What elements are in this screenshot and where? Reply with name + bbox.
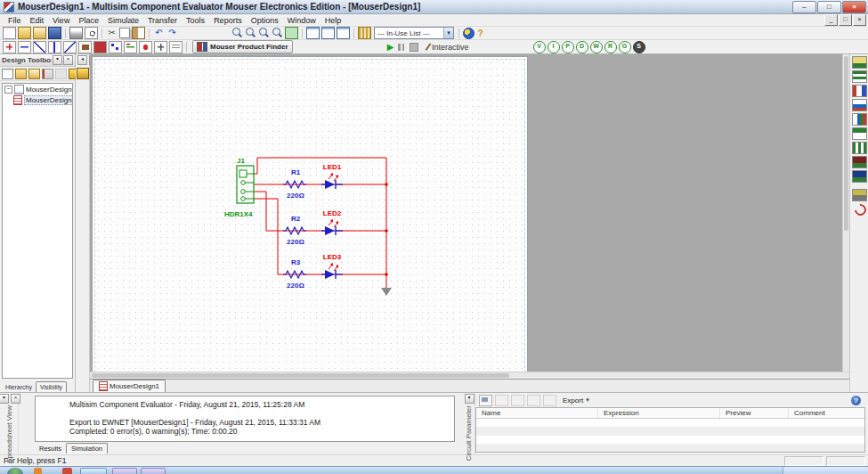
resistor-r1-ref[interactable]: R1: [291, 168, 301, 176]
interactive-label[interactable]: Interactive: [432, 43, 469, 52]
mdi-close-button[interactable]: ×: [853, 14, 866, 26]
logic-analyzer-icon[interactable]: [852, 170, 867, 183]
led3-label[interactable]: LED3: [323, 253, 342, 261]
zoom-area-icon[interactable]: [258, 28, 270, 38]
column-preview[interactable]: Preview: [720, 408, 789, 418]
table-row[interactable]: [476, 419, 864, 427]
toolbox-new-icon[interactable]: [2, 69, 13, 79]
tab-results[interactable]: Results: [35, 445, 66, 454]
schematic-drawing[interactable]: J1 HDR1X4 R1 220Ω: [93, 57, 527, 372]
mdi-restore-button[interactable]: □: [839, 14, 852, 26]
print-icon[interactable]: [69, 27, 83, 39]
probe-digital-icon[interactable]: G: [619, 41, 631, 53]
toolbox-close-design-icon[interactable]: [42, 69, 53, 79]
schematic-canvas[interactable]: J1 HDR1X4 R1 220Ω: [90, 54, 842, 372]
menu-reports[interactable]: Reports: [209, 15, 247, 26]
taskbar-item-active[interactable]: [80, 468, 107, 474]
tab-simulation[interactable]: Simulation: [66, 443, 108, 454]
zoom-in-icon[interactable]: [231, 28, 243, 38]
system-tray[interactable]: [783, 467, 868, 474]
spreadsheet-pin-button[interactable]: ▾: [0, 394, 9, 404]
undo-icon[interactable]: ↶: [153, 28, 165, 38]
led3[interactable]: LED3: [321, 253, 343, 279]
taskbar-item[interactable]: [34, 468, 42, 474]
circuit-parameters-pin-button[interactable]: ▾: [465, 394, 475, 404]
chevron-down-icon[interactable]: ▾: [443, 28, 453, 38]
bode-plotter-icon[interactable]: [852, 127, 867, 140]
branch-1[interactable]: R1 220Ω: [283, 163, 343, 200]
mdi-minimize-button[interactable]: _: [824, 14, 838, 26]
minimize-button[interactable]: –: [792, 1, 816, 13]
start-orb-icon[interactable]: [7, 468, 23, 474]
menu-view[interactable]: View: [48, 15, 74, 26]
menu-options[interactable]: Options: [247, 15, 283, 26]
context-help-icon[interactable]: ?: [475, 29, 485, 38]
add-parameter-icon[interactable]: [479, 395, 492, 406]
place-mixed-icon[interactable]: [124, 41, 137, 53]
menu-help[interactable]: Help: [320, 15, 346, 26]
resistor-r3-value[interactable]: 220Ω: [287, 282, 304, 290]
ground-arrow[interactable]: [381, 288, 392, 296]
multimeter-icon[interactable]: [852, 56, 867, 69]
mouser-globe-icon[interactable]: [463, 28, 475, 39]
place-transistor-icon[interactable]: [48, 41, 61, 53]
four-channel-oscilloscope-icon[interactable]: [852, 113, 867, 126]
schematic-sheet[interactable]: J1 HDR1X4 R1 220Ω: [92, 56, 528, 372]
probe-power-icon[interactable]: P: [562, 41, 574, 53]
resistor-r2-ref[interactable]: R2: [291, 215, 301, 223]
restore-button[interactable]: □: [817, 1, 841, 13]
column-name[interactable]: Name: [476, 408, 598, 418]
tree-root-label[interactable]: MouserDesign1: [26, 86, 73, 94]
probe-settings-icon[interactable]: S: [633, 41, 645, 53]
paste-icon[interactable]: [132, 27, 145, 39]
panel-collapse-button[interactable]: ▾: [53, 55, 62, 65]
menu-window[interactable]: Window: [283, 15, 320, 26]
probe-voltage-current-icon[interactable]: W: [590, 41, 603, 53]
probe-reference-icon[interactable]: R: [604, 41, 617, 53]
logic-converter-icon[interactable]: [852, 189, 867, 201]
zoom-page-icon[interactable]: [272, 28, 283, 38]
branch-2[interactable]: R2 220Ω: [283, 209, 343, 246]
table-row[interactable]: [476, 436, 864, 444]
current-clamp-icon[interactable]: [853, 203, 866, 214]
tree-child-row[interactable]: MouserDesign1: [13, 94, 72, 105]
place-diode-icon[interactable]: [33, 41, 46, 53]
stop-simulation-button[interactable]: [410, 43, 418, 52]
new-file-icon[interactable]: [3, 27, 16, 39]
in-use-list-icon[interactable]: [358, 27, 371, 39]
mouser-product-finder-button[interactable]: Mouser Product Finder: [192, 40, 293, 53]
led1-label[interactable]: LED1: [323, 163, 342, 171]
wattmeter-icon[interactable]: [852, 85, 867, 97]
results-log[interactable]: Multisim Component Evaluator - Friday, A…: [35, 396, 455, 442]
save-icon[interactable]: [48, 27, 61, 39]
zoom-out-icon[interactable]: [245, 28, 256, 38]
branch-3[interactable]: R3 220Ω: [283, 253, 343, 290]
taskbar-item[interactable]: [62, 468, 72, 474]
connector-ref-label[interactable]: J1: [237, 157, 245, 165]
fullscreen-icon[interactable]: [285, 27, 298, 39]
run-simulation-button[interactable]: ▶: [385, 42, 397, 52]
redo-icon[interactable]: ↷: [166, 28, 178, 38]
wire-net[interactable]: [254, 158, 386, 288]
table-row[interactable]: [476, 444, 864, 452]
place-basic-icon[interactable]: [18, 41, 31, 53]
function-generator-icon[interactable]: [852, 70, 867, 83]
database-manager-icon[interactable]: [337, 27, 350, 39]
probe-voltage-icon[interactable]: V: [533, 41, 546, 53]
connector-j1[interactable]: J1 HDR1X4: [224, 157, 254, 218]
led1[interactable]: LED1: [321, 163, 343, 189]
cut-icon[interactable]: ✂: [106, 28, 118, 38]
led2[interactable]: LED2: [321, 209, 343, 235]
menu-tools[interactable]: Tools: [182, 15, 209, 26]
menu-transfer[interactable]: Transfer: [143, 15, 182, 26]
word-generator-icon[interactable]: [852, 156, 867, 168]
connector-type-label[interactable]: HDR1X4: [224, 210, 253, 218]
parameters-table[interactable]: Name Expression Preview Comment: [475, 407, 865, 453]
print-preview-icon[interactable]: [85, 27, 98, 39]
taskbar-item[interactable]: [112, 468, 137, 474]
export-button[interactable]: Export ▾: [559, 395, 593, 406]
place-misc-digital-icon[interactable]: [109, 41, 122, 53]
tab-visibility[interactable]: Visibility: [36, 381, 67, 392]
menu-simulate[interactable]: Simulate: [103, 15, 143, 26]
table-row[interactable]: [476, 427, 864, 435]
